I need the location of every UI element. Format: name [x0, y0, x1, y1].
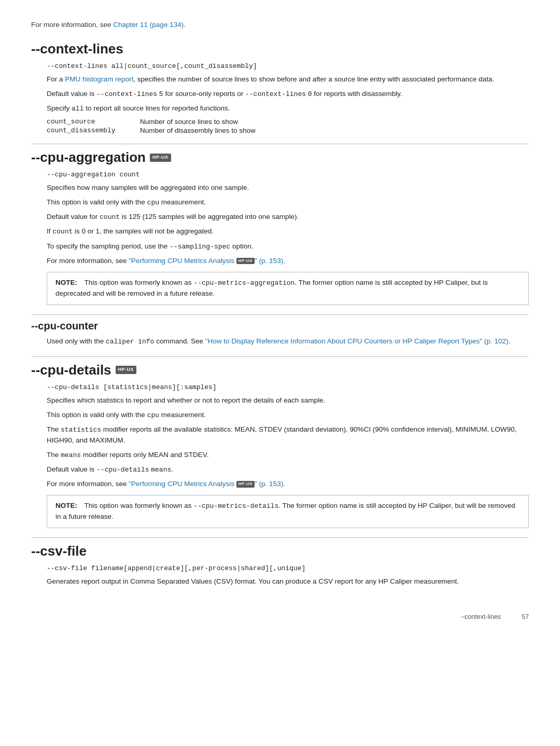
intro-period: .	[184, 21, 186, 29]
para-cpu-counter-1: Used only with the caliper info command.…	[47, 336, 529, 347]
para-cpu-agg-1: Specifies how many samples will be aggre…	[47, 183, 529, 194]
para-context-lines-2: Default value is --context-lines 5 for s…	[47, 89, 529, 100]
heading-cpu-aggregation: --cpu-aggregation HP-UX	[31, 149, 529, 165]
code-context-lines: --context-lines all|count_source[,count_…	[47, 62, 529, 70]
param-row-count-source: count_source Number of source lines to s…	[47, 118, 529, 126]
cpu-metrics-link-2[interactable]: "Performing CPU Metrics Analysis HP-UX" …	[129, 480, 283, 488]
para-cpu-agg-6: For more information, see "Performing CP…	[47, 256, 529, 267]
chapter-link[interactable]: Chapter 11 (page 134)	[113, 21, 184, 29]
divider-before-csv-file	[31, 537, 529, 538]
para-cpu-details-2: This option is valid only with the cpu m…	[47, 410, 529, 421]
divider-before-cpu-details	[31, 356, 529, 357]
body-cpu-aggregation: Specifies how many samples will be aggre…	[47, 183, 529, 305]
para-context-lines-1: For a PMU histogram report, specifies th…	[47, 74, 529, 85]
note-cpu-aggregation: NOTE: This option was formerly known as …	[47, 272, 529, 305]
hpux-badge-cpu-details: HP-UX	[116, 366, 137, 374]
page-number: 57	[522, 613, 529, 620]
param-row-count-disassembly: count_disassembly Number of disassembly …	[47, 127, 529, 134]
section-cpu-counter: --cpu-counter Used only with the caliper…	[31, 314, 529, 347]
para-cpu-agg-5: To specify the sampling period, use the …	[47, 241, 529, 252]
para-cpu-agg-4: If count is 0 or 1, the samples will not…	[47, 226, 529, 237]
intro-text: For more information, see	[31, 21, 113, 29]
note-cpu-details: NOTE: This option was formerly known as …	[47, 495, 529, 528]
intro-paragraph: For more information, see Chapter 11 (pa…	[31, 21, 529, 29]
hpux-badge-cpu-aggregation: HP-UX	[150, 154, 171, 162]
para-cpu-details-1: Specifies which statistics to report and…	[47, 395, 529, 406]
code-csv-file: --csv-file filename[append|create][,per-…	[47, 564, 529, 572]
para-csv-file-1: Generates report output in Comma Separat…	[47, 576, 529, 587]
cpu-metrics-link-1[interactable]: "Performing CPU Metrics Analysis HP-UX" …	[129, 257, 283, 265]
para-cpu-details-3: The statistics modifier reports all the …	[47, 424, 529, 446]
heading-cpu-details: --cpu-details HP-UX	[31, 362, 529, 378]
para-cpu-agg-3: Default value for count is 125 (125 samp…	[47, 212, 529, 223]
pmu-histogram-link[interactable]: PMU histogram report	[65, 75, 133, 83]
para-context-lines-3: Specify all to report all source lines f…	[47, 103, 529, 114]
divider-before-cpu-counter	[31, 314, 529, 315]
body-context-lines: For a PMU histogram report, specifies th…	[47, 74, 529, 134]
section-context-lines: --context-lines --context-lines all|coun…	[31, 41, 529, 134]
footer-section-label: –context-lines	[461, 613, 501, 620]
section-cpu-details: --cpu-details HP-UX --cpu-details [stati…	[31, 356, 529, 528]
section-cpu-aggregation: --cpu-aggregation HP-UX --cpu-aggregatio…	[31, 144, 529, 305]
page-footer: –context-lines 57	[31, 613, 529, 620]
heading-csv-file: --csv-file	[31, 543, 529, 559]
body-cpu-counter: Used only with the caliper info command.…	[47, 336, 529, 347]
body-csv-file: Generates report output in Comma Separat…	[47, 576, 529, 587]
heading-context-lines: --context-lines	[31, 41, 529, 57]
para-cpu-details-6: For more information, see "Performing CP…	[47, 479, 529, 490]
code-cpu-aggregation: --cpu-aggregation count	[47, 171, 529, 178]
para-cpu-details-4: The means modifier reports only MEAN and…	[47, 450, 529, 461]
body-cpu-details: Specifies which statistics to report and…	[47, 395, 529, 528]
divider-before-cpu-aggregation	[31, 144, 529, 144]
section-csv-file: --csv-file --csv-file filename[append|cr…	[31, 537, 529, 587]
param-table-context-lines: count_source Number of source lines to s…	[47, 118, 529, 134]
code-cpu-details: --cpu-details [statistics|means][:sample…	[47, 383, 529, 391]
para-cpu-details-5: Default value is --cpu-details means.	[47, 464, 529, 475]
cpu-counter-link[interactable]: "How to Display Reference Information Ab…	[205, 337, 509, 345]
heading-cpu-counter: --cpu-counter	[31, 320, 529, 332]
para-cpu-agg-2: This option is valid only with the cpu m…	[47, 197, 529, 208]
